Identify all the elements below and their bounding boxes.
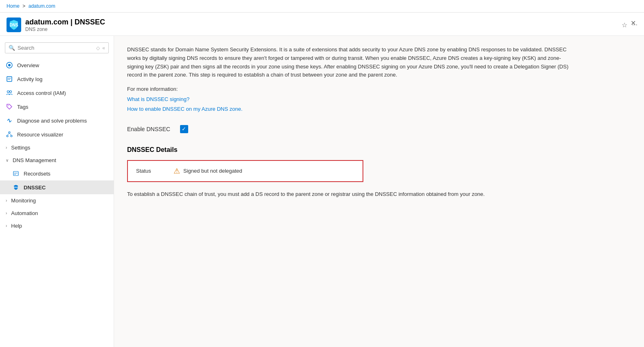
link-what-is-dnssec[interactable]: What is DNSSEC signing?	[127, 94, 631, 104]
breadcrumb: Home > adatum.com	[0, 0, 644, 13]
sidebar-item-dnssec[interactable]: DNS DNSSEC	[0, 180, 114, 194]
status-value: ⚠ Signed but not delegated	[174, 167, 242, 176]
iam-icon	[6, 89, 13, 97]
footer-note: To establish a DNSSEC chain of trust, yo…	[127, 190, 494, 198]
svg-text:DNS: DNS	[14, 186, 18, 189]
resource-vis-icon	[6, 131, 13, 138]
tags-icon	[6, 103, 13, 110]
svg-point-13	[9, 132, 10, 133]
collapse-icon[interactable]: «	[102, 45, 105, 51]
sidebar-item-overview[interactable]: Overview	[0, 58, 114, 72]
sidebar-item-overview-label: Overview	[17, 62, 39, 68]
sidebar-item-iam-label: Access control (IAM)	[17, 90, 66, 96]
sidebar-item-recordsets[interactable]: Recordsets	[0, 167, 114, 180]
sidebar-item-activity-log[interactable]: Activity log	[0, 72, 114, 86]
settings-chevron-icon: ›	[6, 145, 7, 150]
svg-rect-4	[7, 77, 12, 81]
svg-point-14	[7, 135, 8, 137]
sidebar-item-iam[interactable]: Access control (IAM)	[0, 86, 114, 100]
favorite-button[interactable]: ☆	[622, 21, 627, 29]
breadcrumb-current[interactable]: adatum.com	[29, 3, 55, 9]
svg-point-9	[8, 105, 9, 106]
sidebar-item-resource-vis[interactable]: Resource visualizer	[0, 127, 114, 141]
sidebar-item-tags[interactable]: Tags	[0, 100, 114, 114]
search-icon: 🔍	[9, 45, 15, 51]
sidebar-item-settings[interactable]: › Settings	[0, 141, 114, 154]
svg-text:DNS: DNS	[9, 23, 18, 27]
svg-line-11	[9, 119, 10, 122]
sidebar-item-recordsets-label: Recordsets	[24, 171, 51, 177]
dnssec-details-title: DNSSEC Details	[127, 146, 631, 154]
sidebar-item-automation-label: Automation	[11, 210, 38, 216]
svg-rect-18	[13, 171, 18, 176]
dnssec-details-section: DNSSEC Details Status ⚠ Signed but not d…	[127, 146, 631, 198]
warning-icon: ⚠	[174, 167, 180, 176]
status-card: Status ⚠ Signed but not delegated	[127, 160, 363, 182]
search-box[interactable]: 🔍 ◇ «	[5, 42, 109, 53]
description-text: DNSSEC stands for Domain Name System Sec…	[127, 46, 575, 79]
more-info-section: For more information: What is DNSSEC sig…	[127, 86, 631, 114]
enable-dnssec-section: Enable DNSSEC ✓	[127, 125, 631, 133]
sidebar-item-help-label: Help	[11, 223, 22, 229]
svg-point-15	[11, 135, 12, 137]
diagnose-icon	[6, 117, 13, 124]
sidebar: 🔍 ◇ « Overview Activity log	[0, 36, 114, 347]
page-title: adatum.com | DNSSEC	[25, 18, 622, 26]
link-how-to-enable[interactable]: How to enable DNSSEC on my Azure DNS zon…	[127, 104, 631, 114]
svg-point-3	[8, 64, 11, 66]
sidebar-item-help[interactable]: › Help	[0, 220, 114, 232]
dnssec-icon: DNS	[12, 184, 20, 191]
svg-line-17	[9, 133, 11, 135]
breadcrumb-home[interactable]: Home	[7, 3, 20, 9]
monitoring-chevron-icon: ›	[6, 198, 7, 203]
sidebar-item-diagnose-label: Diagnose and solve problems	[17, 118, 87, 124]
enable-dnssec-checkbox[interactable]: ✓	[180, 125, 188, 133]
sidebar-item-monitoring[interactable]: › Monitoring	[0, 194, 114, 207]
main-layout: 🔍 ◇ « Overview Activity log	[0, 36, 644, 347]
sidebar-item-tags-label: Tags	[17, 104, 28, 110]
sidebar-item-settings-label: Settings	[11, 145, 30, 151]
page-header-titles: adatum.com | DNSSEC DNS zone	[25, 18, 622, 32]
sidebar-item-dns-management[interactable]: ∨ DNS Management	[0, 154, 114, 167]
status-label: Status	[136, 168, 169, 174]
enable-dnssec-label: Enable DNSSEC	[127, 126, 170, 132]
svg-point-8	[10, 91, 12, 93]
close-button[interactable]: ✕	[631, 19, 636, 27]
content-area: DNSSEC stands for Domain Name System Sec…	[114, 36, 644, 347]
sidebar-item-diagnose[interactable]: Diagnose and solve problems	[0, 114, 114, 127]
more-info-label: For more information:	[127, 86, 631, 92]
dns-management-chevron-icon: ∨	[6, 158, 9, 163]
svg-line-12	[10, 121, 11, 122]
activity-log-icon	[6, 75, 13, 83]
sidebar-item-automation[interactable]: › Automation	[0, 207, 114, 220]
dns-zone-icon: DNS	[7, 18, 21, 32]
status-text: Signed but not delegated	[183, 168, 242, 174]
overview-icon	[6, 61, 13, 69]
page-header: DNS adatum.com | DNSSEC DNS zone ☆ ··· ✕	[0, 13, 644, 36]
pin-icon[interactable]: ◇	[96, 45, 100, 51]
svg-line-16	[7, 133, 9, 135]
help-chevron-icon: ›	[6, 224, 7, 228]
sidebar-item-monitoring-label: Monitoring	[11, 198, 36, 204]
sidebar-item-dns-management-label: DNS Management	[13, 157, 56, 163]
automation-chevron-icon: ›	[6, 211, 7, 215]
search-input[interactable]	[18, 45, 94, 51]
recordsets-icon	[12, 170, 20, 177]
svg-point-7	[7, 91, 9, 93]
sidebar-item-resource-vis-label: Resource visualizer	[17, 132, 63, 138]
sidebar-item-activity-log-label: Activity log	[17, 76, 42, 82]
breadcrumb-separator: >	[22, 3, 25, 9]
page-subtitle: DNS zone	[25, 26, 622, 32]
sidebar-item-dnssec-label: DNSSEC	[24, 184, 46, 191]
